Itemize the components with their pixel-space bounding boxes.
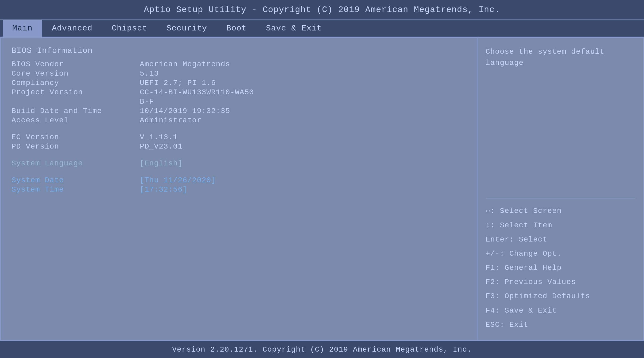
bios-row-label xyxy=(11,98,140,106)
key-binding: F3: Optimized Defaults xyxy=(486,289,635,303)
bios-row-value: 10/14/2019 19:32:35 xyxy=(140,107,230,115)
key-binding: +/-: Change Opt. xyxy=(486,247,635,261)
footer-text: Version 2.20.1271. Copyright (C) 2019 Am… xyxy=(172,345,472,354)
bios-row-value: CC-14-BI-WU133WR110-WA50 xyxy=(140,88,254,96)
bios-info-row: Access LevelAdministrator xyxy=(11,116,466,124)
key-binding: ↔: Select Screen xyxy=(486,204,635,218)
nav-tab-chipset[interactable]: Chipset xyxy=(102,20,157,37)
bios-row-value: American Megatrends xyxy=(140,60,230,68)
help-text: Choose the system default language xyxy=(486,46,635,193)
right-panel: Choose the system default language ↔: Se… xyxy=(478,38,643,340)
key-binding: ↕: Select Item xyxy=(486,218,635,232)
key-help: ↔: Select Screen↕: Select ItemEnter: Sel… xyxy=(486,204,635,332)
ec-row-value: PD_V23.01 xyxy=(140,142,183,151)
bios-screen: Aptio Setup Utility - Copyright (C) 2019… xyxy=(0,0,644,358)
nav-tab-security[interactable]: Security xyxy=(157,20,217,37)
bios-row-label: BIOS Vendor xyxy=(11,60,140,68)
title-text: Aptio Setup Utility - Copyright (C) 2019… xyxy=(144,5,500,15)
ec-rows: EC VersionV_1.13.1PD VersionPD_V23.01 xyxy=(11,133,466,151)
footer: Version 2.20.1271. Copyright (C) 2019 Am… xyxy=(0,341,644,358)
ec-info-row: PD VersionPD_V23.01 xyxy=(11,142,466,151)
nav-tab-main[interactable]: Main xyxy=(3,20,42,37)
content-area: BIOS Information BIOS VendorAmerican Meg… xyxy=(0,37,644,341)
bios-info-row: B-F xyxy=(11,98,466,106)
nav-tab-save-and-exit[interactable]: Save & Exit xyxy=(256,20,331,37)
key-binding: F2: Previous Values xyxy=(486,275,635,289)
ec-row-label: EC Version xyxy=(11,133,140,141)
bios-rows: BIOS VendorAmerican MegatrendsCore Versi… xyxy=(11,60,466,124)
key-binding: F1: General Help xyxy=(486,261,635,275)
bios-info-row: Build Date and Time10/14/2019 19:32:35 xyxy=(11,107,466,115)
bios-row-label: Core Version xyxy=(11,69,140,78)
bios-row-value: UEFI 2.7; PI 1.6 xyxy=(140,79,216,87)
bios-row-label: Compliancy xyxy=(11,79,140,87)
bios-row-label: Access Level xyxy=(11,116,140,124)
bios-info-row: Core Version5.13 xyxy=(11,69,466,78)
key-binding: Enter: Select xyxy=(486,232,635,247)
system-language-row: System Language [English] xyxy=(11,159,466,168)
key-binding: F4: Save & Exit xyxy=(486,303,635,318)
system-date-row[interactable]: System Date [Thu 11/26/2020] xyxy=(11,176,466,184)
system-language-label: System Language xyxy=(11,159,140,168)
bios-info-row: Project VersionCC-14-BI-WU133WR110-WA50 xyxy=(11,88,466,96)
bios-info-row: BIOS VendorAmerican Megatrends xyxy=(11,60,466,68)
section-title: BIOS Information xyxy=(11,46,466,55)
bios-row-label: Project Version xyxy=(11,88,140,96)
system-time-label: System Time xyxy=(11,185,140,194)
system-date-label: System Date xyxy=(11,176,140,184)
ec-row-label: PD Version xyxy=(11,142,140,151)
nav-tab-advanced[interactable]: Advanced xyxy=(42,20,102,37)
left-panel: BIOS Information BIOS VendorAmerican Meg… xyxy=(1,38,478,340)
bios-row-value: B-F xyxy=(140,98,154,106)
bios-row-value: 5.13 xyxy=(140,69,159,78)
title-bar: Aptio Setup Utility - Copyright (C) 2019… xyxy=(0,0,644,20)
nav-bar: MainAdvancedChipsetSecurityBootSave & Ex… xyxy=(0,20,644,37)
system-language-value: [English] xyxy=(140,159,183,168)
system-time-value: [17:32:56] xyxy=(140,185,187,194)
ec-row-value: V_1.13.1 xyxy=(140,133,178,141)
divider xyxy=(486,198,635,199)
bios-row-label: Build Date and Time xyxy=(11,107,140,115)
system-date-value: [Thu 11/26/2020] xyxy=(140,176,216,184)
key-binding: ESC: Exit xyxy=(486,318,635,332)
ec-info-row: EC VersionV_1.13.1 xyxy=(11,133,466,141)
nav-tab-boot[interactable]: Boot xyxy=(217,20,256,37)
bios-row-value: Administrator xyxy=(140,116,201,124)
system-time-row[interactable]: System Time [17:32:56] xyxy=(11,185,466,194)
bios-info-row: CompliancyUEFI 2.7; PI 1.6 xyxy=(11,79,466,87)
